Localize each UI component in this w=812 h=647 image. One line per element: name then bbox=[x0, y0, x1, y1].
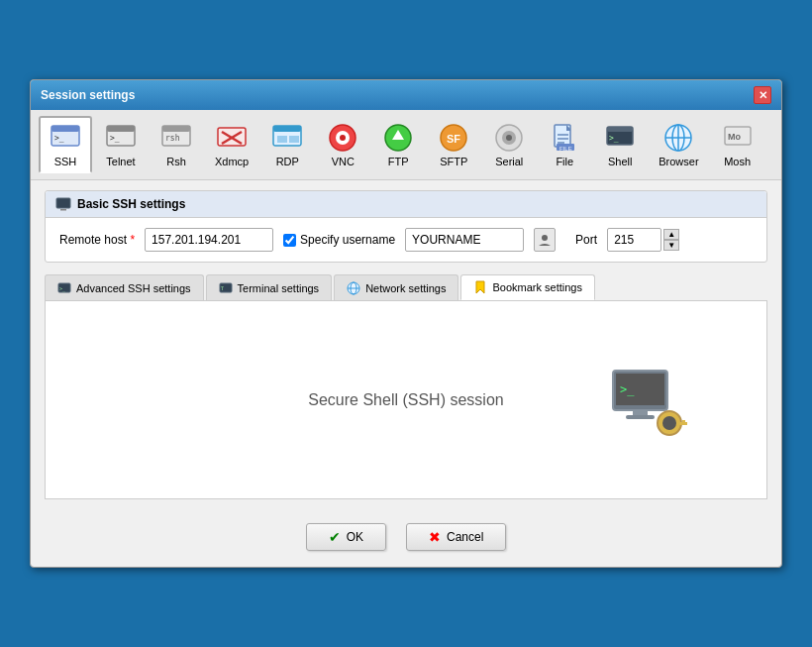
ok-icon: ✔ bbox=[329, 529, 341, 545]
ftp-icon bbox=[382, 122, 414, 154]
toolbar-rsh[interactable]: rsh Rsh bbox=[150, 116, 203, 173]
remote-host-label: Remote host * bbox=[59, 233, 135, 247]
rdp-label: RDP bbox=[276, 156, 299, 167]
toolbar-vnc[interactable]: VNC bbox=[316, 116, 369, 173]
serial-label: Serial bbox=[495, 156, 523, 167]
port-increment-button[interactable]: ▲ bbox=[663, 229, 679, 240]
vnc-label: VNC bbox=[332, 156, 355, 167]
basic-ssh-fields: Remote host * Specify username Port bbox=[46, 218, 766, 262]
tab-bookmark[interactable]: Bookmark settings bbox=[460, 274, 594, 300]
port-decrement-button[interactable]: ▼ bbox=[663, 240, 679, 251]
svg-point-18 bbox=[340, 135, 346, 141]
cancel-icon: ✖ bbox=[429, 529, 441, 545]
ok-label: OK bbox=[347, 530, 363, 544]
svg-rect-43 bbox=[60, 209, 66, 211]
svg-text:>_: >_ bbox=[609, 134, 619, 143]
cancel-label: Cancel bbox=[447, 530, 483, 544]
rsh-label: Rsh bbox=[166, 156, 186, 167]
bookmark-icon bbox=[473, 280, 487, 294]
svg-point-44 bbox=[542, 235, 548, 241]
svg-rect-13 bbox=[273, 126, 301, 132]
session-settings-dialog: Session settings ✕ >_ SSH >_ bbox=[30, 79, 782, 568]
telnet-icon: >_ bbox=[105, 122, 137, 154]
cancel-button[interactable]: ✖ Cancel bbox=[406, 523, 506, 551]
svg-text:>_: >_ bbox=[54, 134, 64, 143]
ssh-label: SSH bbox=[54, 156, 77, 167]
toolbar-ftp[interactable]: FTP bbox=[371, 116, 425, 173]
sftp-label: SFTP bbox=[440, 156, 467, 167]
tab-terminal[interactable]: T Terminal settings bbox=[206, 274, 333, 300]
toolbar-telnet[interactable]: >_ Telnet bbox=[94, 116, 148, 173]
specify-username-checkbox-label[interactable]: Specify username bbox=[283, 233, 395, 247]
telnet-label: Telnet bbox=[106, 156, 135, 167]
svg-rect-14 bbox=[277, 136, 287, 143]
ssh-icon: >_ bbox=[50, 122, 81, 154]
toolbar-file[interactable]: FILE File bbox=[538, 116, 591, 173]
svg-marker-52 bbox=[476, 281, 484, 293]
svg-text:FILE: FILE bbox=[559, 146, 572, 152]
tab-advanced-ssh[interactable]: >_ Advanced SSH settings bbox=[45, 274, 204, 300]
toolbar-sftp[interactable]: SF SFTP bbox=[427, 116, 480, 173]
terminal-icon: T bbox=[219, 281, 233, 295]
toolbar-mosh[interactable]: Mo Mosh bbox=[711, 116, 764, 173]
svg-text:Mo: Mo bbox=[728, 132, 741, 142]
mosh-label: Mosh bbox=[724, 156, 751, 167]
port-input[interactable] bbox=[607, 228, 661, 252]
toolbar-rdp[interactable]: RDP bbox=[260, 116, 314, 173]
remote-host-input[interactable] bbox=[145, 228, 273, 252]
svg-rect-1 bbox=[51, 126, 79, 132]
svg-rect-7 bbox=[162, 126, 190, 132]
username-browse-button[interactable] bbox=[534, 228, 556, 252]
svg-point-25 bbox=[506, 135, 512, 141]
basic-ssh-section: Basic SSH settings Remote host * Specify… bbox=[45, 190, 767, 263]
vnc-icon bbox=[327, 122, 358, 154]
rdp-icon bbox=[271, 122, 303, 154]
ftp-label: FTP bbox=[388, 156, 409, 167]
tab-network[interactable]: Network settings bbox=[334, 274, 458, 300]
sub-tabs-section: >_ Advanced SSH settings T Terminal sett… bbox=[45, 274, 767, 499]
specify-username-checkbox[interactable] bbox=[283, 234, 296, 247]
port-spinner: ▲ ▼ bbox=[663, 229, 679, 251]
svg-text:>_: >_ bbox=[110, 134, 120, 143]
sub-tabs-bar: >_ Advanced SSH settings T Terminal sett… bbox=[45, 274, 767, 301]
ok-button[interactable]: ✔ OK bbox=[306, 523, 386, 551]
toolbar-browser[interactable]: Browser bbox=[649, 116, 708, 173]
dialog-content: Basic SSH settings Remote host * Specify… bbox=[31, 180, 781, 509]
svg-text:SF: SF bbox=[447, 133, 460, 145]
file-label: File bbox=[556, 156, 573, 167]
network-icon bbox=[347, 281, 360, 295]
protocol-toolbar: >_ SSH >_ Telnet rsh bbox=[31, 110, 781, 180]
svg-text:>_: >_ bbox=[59, 285, 66, 292]
ssh-illustration: >_ bbox=[608, 366, 687, 459]
svg-text:T: T bbox=[221, 285, 224, 291]
browser-icon bbox=[662, 122, 694, 154]
advanced-ssh-icon: >_ bbox=[57, 281, 71, 295]
file-icon: FILE bbox=[549, 122, 580, 154]
tab-terminal-label: Terminal settings bbox=[238, 282, 320, 294]
toolbar-shell[interactable]: >_ Shell bbox=[593, 116, 647, 173]
svg-point-59 bbox=[662, 416, 676, 430]
toolbar-xdmcp[interactable]: Xdmcp bbox=[205, 116, 258, 173]
shell-label: Shell bbox=[608, 156, 632, 167]
svg-text:rsh: rsh bbox=[165, 134, 180, 143]
tab-bookmark-label: Bookmark settings bbox=[492, 281, 581, 293]
svg-rect-15 bbox=[289, 136, 299, 143]
sftp-icon: SF bbox=[438, 122, 469, 154]
port-label: Port bbox=[575, 233, 597, 247]
tab-network-label: Network settings bbox=[365, 282, 446, 294]
browser-label: Browser bbox=[659, 156, 698, 167]
tab-content-area: Secure Shell (SSH) session >_ bbox=[45, 301, 767, 499]
toolbar-ssh[interactable]: >_ SSH bbox=[39, 116, 92, 173]
svg-rect-62 bbox=[682, 420, 685, 425]
toolbar-serial[interactable]: Serial bbox=[482, 116, 536, 173]
serial-icon bbox=[493, 122, 525, 154]
shell-icon: >_ bbox=[604, 122, 636, 154]
basic-ssh-tab-label: Basic SSH settings bbox=[77, 197, 185, 211]
close-button[interactable]: ✕ bbox=[754, 86, 771, 104]
mosh-icon: Mo bbox=[722, 122, 754, 154]
svg-rect-42 bbox=[56, 198, 70, 208]
svg-text:>_: >_ bbox=[620, 382, 635, 396]
username-input[interactable] bbox=[405, 228, 524, 252]
svg-rect-34 bbox=[607, 127, 633, 132]
tab-advanced-ssh-label: Advanced SSH settings bbox=[76, 282, 191, 294]
